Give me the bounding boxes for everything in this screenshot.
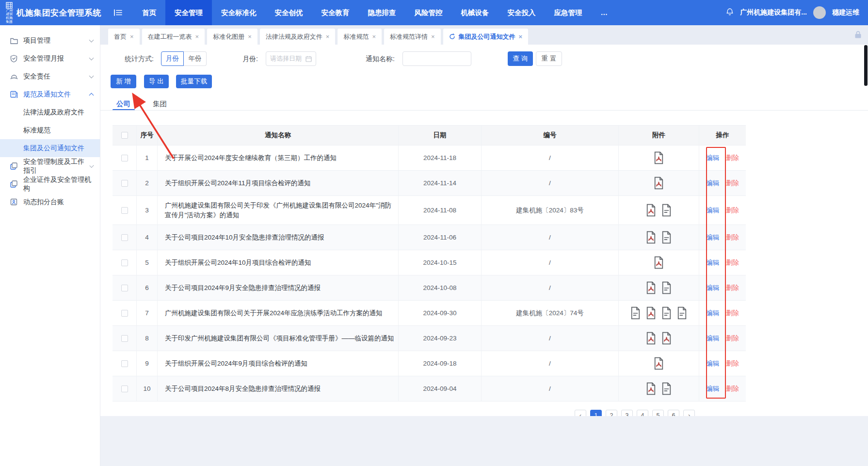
doc-icon[interactable]	[660, 204, 673, 217]
row-checkbox[interactable]	[121, 207, 128, 214]
row-checkbox[interactable]	[121, 335, 128, 342]
company-name[interactable]: 广州机施建设集团有...	[740, 8, 807, 17]
notice-name-input[interactable]	[402, 51, 471, 66]
sidebar-item-project-mgmt[interactable]: 项目管理	[0, 32, 100, 49]
pagination-page[interactable]: 6	[668, 410, 679, 416]
sidebar-item-enterprise-certificates[interactable]: 企业证件及安全管理机构	[0, 175, 100, 193]
edit-link[interactable]: 编辑	[706, 309, 719, 318]
stat-mode-year-button[interactable]: 年份	[184, 51, 207, 66]
nav-item-safety-standardization[interactable]: 安全标准化	[212, 0, 266, 25]
lock-icon[interactable]	[854, 31, 862, 41]
search-button[interactable]: 查 询	[508, 51, 533, 66]
delete-link[interactable]: 删除	[726, 385, 739, 393]
doc-icon[interactable]	[660, 281, 673, 294]
tab-projects-list[interactable]: 在建工程一览表×	[142, 29, 205, 45]
select-all-checkbox[interactable]	[121, 132, 128, 139]
edit-link[interactable]: 编辑	[706, 284, 719, 292]
tab-standard-spec-detail[interactable]: 标准规范详情×	[384, 29, 441, 45]
edit-link[interactable]: 编辑	[706, 233, 719, 242]
delete-link[interactable]: 删除	[726, 154, 739, 162]
pdf-icon[interactable]	[653, 151, 665, 164]
stat-mode-month-button[interactable]: 月份	[161, 51, 184, 66]
doc-icon[interactable]	[660, 231, 673, 244]
avatar[interactable]	[813, 6, 826, 19]
delete-link[interactable]: 删除	[726, 309, 739, 318]
delete-link[interactable]: 删除	[726, 334, 739, 343]
pdf-icon[interactable]	[645, 306, 657, 320]
delete-link[interactable]: 删除	[726, 359, 739, 368]
sidebar-subitem-group-company-notices[interactable]: 集团及公司通知文件	[0, 139, 100, 157]
view-tab-company[interactable]: 公司	[116, 99, 130, 109]
edit-link[interactable]: 编辑	[706, 334, 719, 343]
sidebar-subitem-laws-gov-files[interactable]: 法律法规及政府文件	[0, 103, 100, 121]
pdf-icon[interactable]	[645, 332, 657, 345]
delete-link[interactable]: 删除	[726, 258, 739, 267]
nav-item-machinery[interactable]: 机械设备	[452, 0, 498, 25]
reset-button[interactable]: 重 置	[536, 51, 562, 66]
username[interactable]: 穗建运维	[832, 8, 859, 17]
sidebar-item-safety-responsibility[interactable]: 安全责任	[0, 67, 100, 85]
pagination-page[interactable]: 1	[590, 410, 602, 416]
close-icon[interactable]: ×	[195, 33, 199, 40]
doc-icon[interactable]	[660, 382, 673, 395]
pdf-icon[interactable]	[653, 177, 665, 190]
sidebar-item-dynamic-score-ledger[interactable]: 动态扣分台账	[0, 193, 100, 211]
pagination-page[interactable]: 3	[621, 410, 633, 416]
close-icon[interactable]: ×	[326, 33, 330, 40]
row-checkbox[interactable]	[121, 360, 128, 367]
tab-standard-specs[interactable]: 标准规范×	[338, 29, 382, 45]
delete-link[interactable]: 删除	[726, 284, 739, 292]
nav-item-home[interactable]: 首页	[133, 0, 165, 25]
row-checkbox[interactable]	[121, 310, 128, 317]
pdf-icon[interactable]	[645, 231, 657, 244]
pagination-next[interactable]: ›	[683, 410, 695, 416]
edit-link[interactable]: 编辑	[706, 154, 719, 162]
date-picker-input[interactable]: 请选择日期	[266, 51, 316, 66]
edit-link[interactable]: 编辑	[706, 385, 719, 393]
pagination-page[interactable]: 4	[637, 410, 648, 416]
sidebar-subitem-standard-specs[interactable]: 标准规范	[0, 121, 100, 139]
row-checkbox[interactable]	[121, 155, 128, 161]
nav-item-emergency-mgmt[interactable]: 应急管理	[545, 0, 592, 25]
collapse-menu-icon[interactable]	[114, 9, 122, 16]
sidebar-item-standards-notices[interactable]: 规范及通知文件	[0, 85, 100, 103]
row-checkbox[interactable]	[121, 285, 128, 291]
nav-item-safety-excellence[interactable]: 安全创优	[266, 0, 312, 25]
view-tab-group[interactable]: 集团	[153, 99, 167, 109]
nav-item-safety-investment[interactable]: 安全投入	[498, 0, 545, 25]
delete-link[interactable]: 删除	[726, 233, 739, 242]
pagination-page[interactable]: 2	[606, 410, 617, 416]
close-icon[interactable]: ×	[248, 33, 252, 40]
row-checkbox[interactable]	[121, 259, 128, 266]
tab-home[interactable]: 首页×	[108, 29, 140, 45]
tab-group-company-notices[interactable]: 集团及公司通知文件×	[443, 29, 529, 45]
nav-item-hazard-inspection[interactable]: 隐患排查	[359, 0, 405, 25]
notification-bell-icon[interactable]	[726, 8, 734, 18]
nav-item-safety-mgmt[interactable]: 安全管理	[165, 0, 212, 25]
close-icon[interactable]: ×	[130, 33, 134, 40]
sidebar-item-mgmt-system-guides[interactable]: 安全管理制度及工作指引	[0, 157, 100, 175]
edit-link[interactable]: 编辑	[706, 179, 719, 188]
close-icon[interactable]: ×	[519, 33, 523, 40]
tab-standard-atlas[interactable]: 标准化图册×	[207, 29, 257, 45]
delete-link[interactable]: 删除	[726, 179, 739, 188]
pdf-icon[interactable]	[653, 357, 665, 370]
pdf-icon[interactable]	[645, 382, 657, 395]
doc-icon[interactable]	[660, 306, 673, 320]
add-button[interactable]: 新 增	[111, 75, 136, 88]
pdf-icon[interactable]	[653, 256, 665, 269]
tab-laws-gov-files[interactable]: 法律法规及政府文件×	[260, 29, 336, 45]
nav-item-more[interactable]: …	[592, 0, 617, 25]
pdf-icon[interactable]	[645, 281, 657, 294]
pdf-icon[interactable]	[645, 204, 657, 217]
edit-link[interactable]: 编辑	[706, 359, 719, 368]
export-button[interactable]: 导 出	[144, 75, 169, 88]
batch-download-button[interactable]: 批量下载	[176, 75, 212, 88]
close-icon[interactable]: ×	[431, 33, 435, 40]
sidebar-item-safety-monthly-report[interactable]: 安全管理月报	[0, 49, 100, 67]
edit-link[interactable]: 编辑	[706, 258, 719, 267]
scrollbar-thumb[interactable]	[864, 45, 868, 86]
close-icon[interactable]: ×	[372, 33, 376, 40]
delete-link[interactable]: 删除	[726, 206, 739, 215]
doc-icon[interactable]	[629, 306, 642, 320]
